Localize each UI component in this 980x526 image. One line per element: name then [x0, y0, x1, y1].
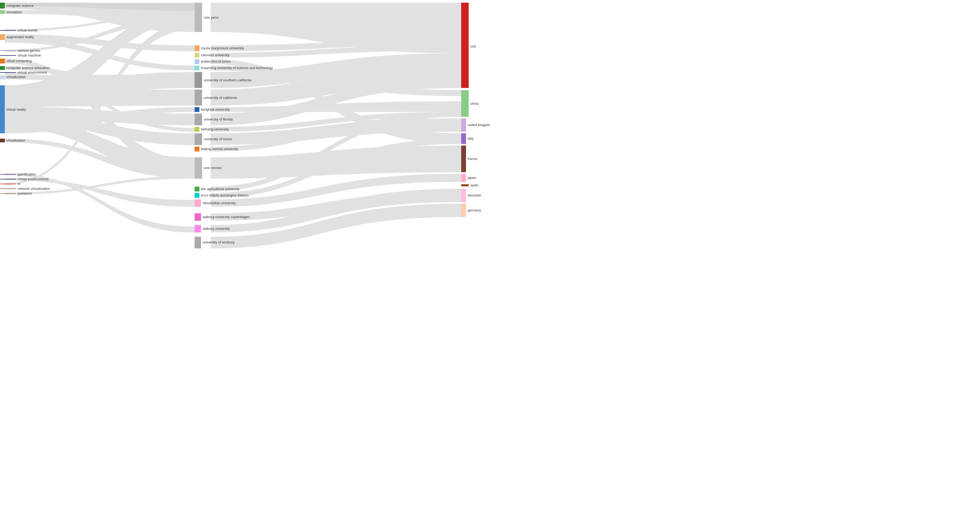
label-simulation: simulation: [6, 10, 22, 14]
label-computer-science: computer science: [6, 4, 33, 8]
node-simulation: [0, 10, 5, 14]
label-irccs: irccs istituto auxologico italiano: [201, 193, 248, 197]
label-jilin: jilin agricultural university: [201, 187, 240, 191]
label-virtual-worlds: virtual worlds: [18, 28, 38, 32]
label-serious-games: serious games: [18, 49, 40, 52]
node-uflorida: [195, 114, 202, 125]
node-politecnico: [195, 59, 199, 64]
node-computer-science: [0, 3, 5, 8]
node-france: [461, 146, 466, 172]
label-china: china: [470, 102, 479, 106]
label-gamification: gamification: [18, 172, 36, 176]
label-univ-penn: univ penn: [204, 16, 219, 19]
node-wurzburg: [195, 237, 201, 248]
label-france: france: [468, 157, 477, 161]
node-huazhong: [195, 65, 199, 70]
node-aalborg-cop: [195, 213, 201, 221]
label-uflorida: university of florida: [204, 117, 233, 121]
node-virtualization: [0, 75, 5, 79]
node-clemson: [195, 53, 199, 57]
label-uk: united kingdom: [468, 123, 490, 127]
label-virtual-environments: virtual environments: [18, 177, 49, 181]
label-augmented-reality: augmented reality: [6, 35, 34, 39]
node-ritsumeikan: [195, 199, 201, 207]
label-virtual-environment: virtual environment: [18, 70, 47, 75]
label-huazhong: huazhong university of science and techn…: [201, 66, 273, 70]
node-visualization: [0, 139, 5, 142]
label-cloud-computing: cloud computing: [6, 59, 32, 63]
label-beihang: beihang university: [201, 127, 229, 131]
node-japan: [461, 174, 466, 182]
node-tsinghua: [195, 107, 199, 112]
node-denmark: [461, 189, 466, 202]
label-politecnico: politecnico di torino: [201, 59, 231, 64]
sankey-diagram: computer science simulation virtual worl…: [0, 0, 490, 263]
node-ucal: [195, 90, 202, 106]
node-beijing-normal: [195, 147, 199, 151]
node-cs-education: [0, 66, 5, 70]
label-virtualization: virtualization: [6, 75, 25, 79]
node-germany: [461, 204, 466, 217]
label-visualization: visualization: [6, 138, 25, 142]
label-virtual-machine: virtual machine: [18, 53, 41, 57]
node-beihang: [195, 127, 199, 132]
node-univ-penn: [195, 3, 202, 32]
label-usc: university of southern california: [204, 78, 252, 82]
label-virtual-reality: virtual reality: [6, 107, 26, 111]
label-presence: presence: [18, 191, 32, 195]
label-japan: japan: [467, 176, 476, 180]
label-aalborg: aalborg university: [203, 227, 230, 230]
node-cloud-computing: [0, 59, 5, 64]
label-ritsumeikan: ritsumeikan university: [203, 201, 236, 205]
label-essex: university of essex: [204, 137, 232, 141]
node-virtual-reality: [0, 85, 5, 133]
label-univ-rennes: univ rennes: [204, 166, 222, 170]
label-italy: italy: [468, 137, 474, 140]
label-vr: vr: [18, 182, 21, 186]
label-aalborg-cop: aalborg university copenhagen: [203, 215, 250, 219]
label-network-virtualization: network virtualization: [18, 187, 50, 191]
label-germany: germany: [468, 208, 481, 212]
label-denmark: denmark: [468, 193, 481, 197]
node-univ-rennes: [195, 157, 202, 179]
node-augmented-reality: [0, 34, 5, 40]
label-tsinghua: tsinghua university: [201, 107, 230, 111]
node-jilin: [195, 187, 199, 191]
node-china: [461, 90, 469, 117]
label-loyola: loyola marymount university: [201, 46, 244, 50]
label-beijing-normal: beijing normal university: [201, 147, 238, 151]
label-clemson: clemson university: [201, 53, 229, 57]
node-irccs: [195, 193, 199, 198]
node-usc: [195, 72, 202, 88]
label-ucal: university of california: [204, 96, 237, 100]
node-usa: [461, 3, 469, 88]
label-spain: spain: [470, 183, 479, 187]
label-wurzburg: university of wrzburg: [203, 240, 234, 244]
node-essex: [195, 133, 202, 145]
node-italy: [461, 133, 466, 144]
label-usa: usa: [470, 44, 476, 48]
node-uk: [461, 118, 466, 132]
node-loyola: [195, 45, 199, 51]
label-cs-education: computer science education: [6, 66, 49, 70]
node-aalborg: [195, 225, 201, 232]
